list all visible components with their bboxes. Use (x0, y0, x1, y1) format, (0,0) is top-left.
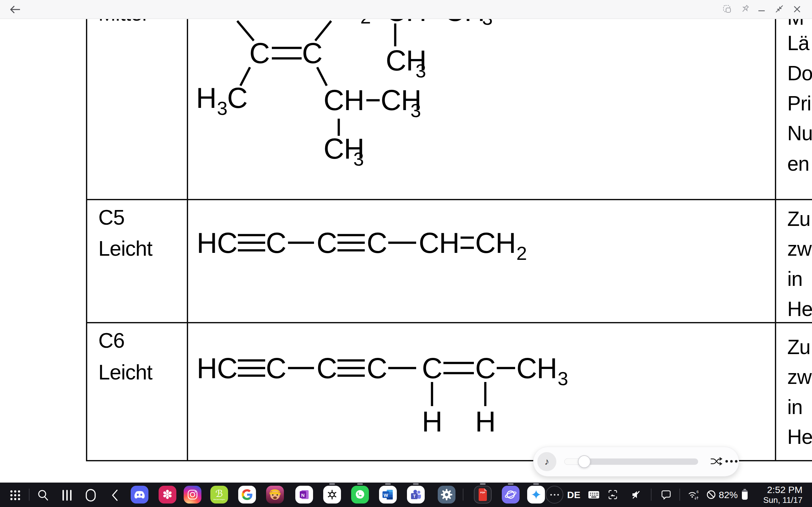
kleinanzeigen-icon: ℬ (215, 489, 223, 498)
taskbar-app-chatgpt[interactable] (323, 486, 341, 504)
restore-button[interactable] (773, 3, 786, 16)
taskbar-app-gallery[interactable]: ✽ (159, 486, 176, 504)
home-squircle-icon (84, 489, 97, 502)
back-nav-button[interactable] (108, 488, 122, 502)
atom-label: CH (419, 227, 459, 259)
atom-label: C (317, 227, 337, 259)
atom-label: C (266, 352, 286, 384)
taskbar-app-discord[interactable] (131, 486, 148, 504)
description-text-fragment: He (787, 298, 812, 321)
wifi6-icon: 6 (687, 488, 700, 501)
atom-label: HC (197, 352, 237, 384)
minimize-button[interactable] (755, 3, 768, 16)
atom-label: 3 (558, 368, 568, 389)
pin-window-button[interactable] (739, 3, 752, 16)
atom-label: C (266, 227, 286, 259)
back-button[interactable] (8, 3, 22, 16)
media-progress-slider[interactable] (564, 458, 698, 465)
atom-label: HC (197, 227, 237, 259)
media-slider-thumb[interactable] (578, 455, 590, 468)
chemistry-structures-canvas: MittelC5LeichtC6LeichtMLäDoPriNuenZuzwin… (0, 0, 812, 507)
description-text-fragment: zw (787, 365, 812, 388)
row-label: C5 (98, 206, 124, 229)
taskbar-app-kleinanzeigen[interactable]: ℬ kleinanzeigen (210, 486, 228, 504)
music-note-button[interactable]: ♪ (537, 452, 556, 471)
popup-view-button[interactable] (721, 3, 734, 16)
running-indicator (329, 483, 335, 485)
atom-label: H (422, 406, 442, 438)
wifi-status[interactable]: 6 (687, 488, 700, 501)
atom-label: C (367, 352, 387, 384)
description-text-fragment: zw (787, 237, 812, 260)
description-text-fragment: Zu (787, 336, 810, 358)
taskbar-app-pdf[interactable]: PDF (474, 486, 492, 504)
chat-bubble-icon (660, 488, 673, 501)
taskbar-app-teams[interactable]: T (407, 486, 425, 504)
taskbar-separator (679, 489, 680, 501)
dot-icon (730, 460, 733, 463)
svg-text:N: N (301, 492, 305, 498)
atom-label: 2 (516, 243, 526, 264)
atom-label: 3 (411, 100, 421, 121)
taskbar-app-ai-sparkle[interactable]: ✦ (527, 486, 545, 504)
taskbar-app-clash-of-clans[interactable] (266, 486, 284, 504)
keyboard-icon (587, 488, 600, 501)
dot-icon (557, 494, 559, 496)
running-indicator (480, 483, 486, 485)
taskbar-app-samsung-internet[interactable] (502, 486, 519, 504)
clock[interactable]: 2:52 PM Sun, 11/17 (755, 485, 803, 505)
description-text-fragment: Zu (787, 208, 810, 230)
atom-label: H (475, 406, 495, 438)
kleinanzeigen-caption: kleinanzeigen (213, 498, 225, 500)
teams-icon: T (410, 489, 422, 501)
description-text-fragment: He (787, 426, 812, 448)
app-drawer-button[interactable] (8, 488, 22, 502)
keyboard-button[interactable] (587, 488, 600, 501)
dot-icon (735, 460, 738, 463)
do-not-disturb-status[interactable] (705, 488, 717, 501)
document-page: MittelC5LeichtC6LeichtMLäDoPriNuenZuzwin… (0, 0, 812, 507)
onenote-icon: N (299, 489, 310, 500)
more-apps-button[interactable] (546, 486, 563, 504)
pin-icon (740, 4, 750, 14)
taskbar-app-onenote[interactable]: N (295, 486, 313, 504)
dot-icon (726, 460, 728, 463)
muted-speaker-icon (630, 488, 642, 501)
home-button[interactable] (84, 488, 98, 502)
description-text-fragment: Nu (787, 122, 812, 145)
taskbar-separator (463, 489, 463, 501)
atom-label: C (422, 352, 442, 384)
search-button[interactable] (36, 488, 50, 502)
language-indicator[interactable]: DE (567, 490, 580, 500)
recents-button[interactable] (60, 488, 74, 502)
google-g-icon (242, 489, 252, 500)
mute-button[interactable] (630, 488, 642, 501)
taskbar-app-settings[interactable] (438, 486, 455, 504)
shuffle-button[interactable] (709, 455, 723, 468)
running-indicator (357, 483, 363, 485)
taskbar-app-google[interactable] (238, 486, 256, 504)
battery-percent-label: 82% (719, 490, 738, 500)
barbarian-icon (266, 486, 284, 504)
notifications-button[interactable] (660, 488, 673, 501)
media-more-button[interactable] (725, 457, 738, 466)
capture-icon (607, 488, 619, 501)
search-icon (37, 489, 50, 502)
running-indicator (413, 483, 419, 485)
clock-time: 2:52 PM (755, 485, 803, 496)
taskbar-app-word[interactable]: W (379, 486, 397, 504)
atom-label: CH (475, 227, 516, 259)
taskbar-app-whatsapp[interactable] (351, 486, 369, 504)
taskbar-app-instagram[interactable] (184, 486, 201, 504)
running-indicator (508, 483, 513, 485)
atom-label: C (367, 227, 387, 259)
screen-capture-button[interactable] (607, 488, 619, 501)
atom-label: CH (516, 352, 557, 384)
description-text-fragment: Lä (787, 32, 810, 55)
atom-label: C (227, 82, 247, 114)
close-button[interactable] (791, 3, 804, 16)
atom-label: C (475, 352, 495, 384)
app-grid-icon (9, 489, 21, 502)
gear-icon (440, 488, 453, 501)
taskbar-separator (651, 489, 651, 501)
